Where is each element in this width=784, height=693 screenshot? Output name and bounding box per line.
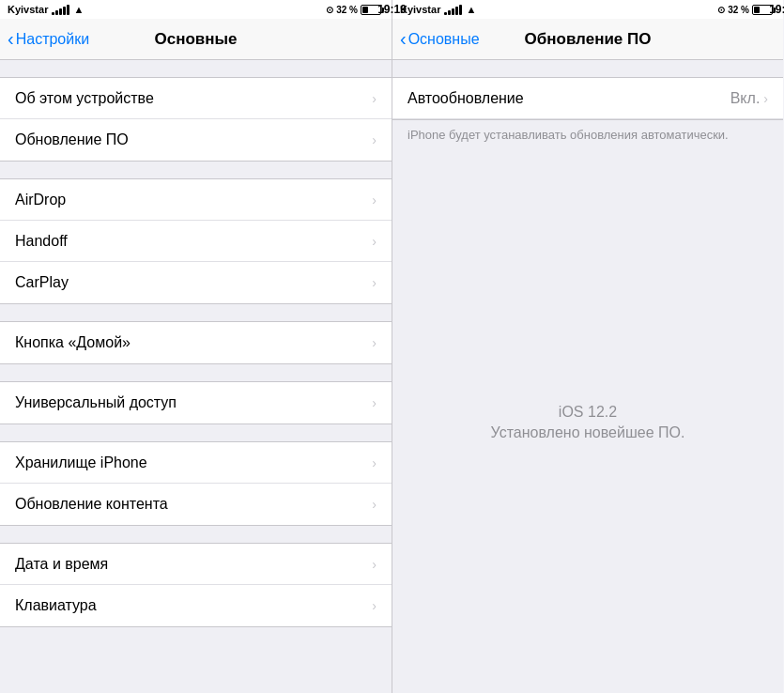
datetime-label: Дата и время: [15, 556, 108, 573]
list-item-background-refresh[interactable]: Обновление контента ›: [0, 484, 392, 525]
keyboard-chevron: ›: [372, 598, 377, 613]
list-item-storage[interactable]: Хранилище iPhone ›: [0, 442, 392, 484]
background-refresh-right: ›: [372, 497, 377, 512]
accessibility-right: ›: [372, 395, 377, 410]
status-left-right: Kyivstar ▲: [400, 4, 476, 15]
accessibility-label: Универсальный доступ: [15, 394, 177, 411]
location-icon: ⊙: [326, 5, 333, 15]
carplay-right: ›: [372, 275, 377, 290]
home-button-label: Кнопка «Домой»: [15, 334, 131, 351]
status-left: Kyivstar ▲: [8, 4, 84, 15]
battery-icon-right: [752, 5, 776, 15]
status-bar-left: Kyivstar ▲ 19:19 ⊙ 32 %: [0, 0, 392, 19]
list-item-airdrop[interactable]: AirDrop ›: [0, 179, 392, 221]
status-right-left: ⊙ 32 %: [326, 5, 384, 15]
background-refresh-chevron: ›: [372, 497, 377, 512]
datetime-right: ›: [372, 557, 377, 572]
section-auto-update: Автообновление Вкл. ›: [392, 77, 783, 120]
carplay-label: CarPlay: [15, 274, 69, 291]
signal-icon: [52, 4, 69, 15]
auto-update-description: iPhone будет устанавливать обновления ав…: [392, 120, 783, 151]
background-refresh-label: Обновление контента: [15, 496, 168, 513]
status-bar-right: Kyivstar ▲ 19:19 ⊙ 32 %: [392, 0, 783, 19]
list-item-accessibility[interactable]: Универсальный доступ ›: [0, 382, 392, 424]
section-storage: Хранилище iPhone › Обновление контента ›: [0, 441, 392, 526]
handoff-right: ›: [372, 234, 377, 249]
nav-bar-left: ‹ Настройки Основные: [0, 19, 392, 60]
list-item-about[interactable]: Об этом устройстве ›: [0, 78, 392, 119]
software-update-label: Обновление ПО: [15, 131, 129, 148]
airdrop-label: AirDrop: [15, 192, 66, 208]
list-item-handoff[interactable]: Handoff ›: [0, 221, 392, 262]
about-label: Об этом устройстве: [15, 90, 154, 107]
software-update-right: ›: [372, 132, 377, 147]
datetime-chevron: ›: [372, 557, 377, 572]
section-device: Об этом устройстве › Обновление ПО ›: [0, 77, 392, 162]
handoff-label: Handoff: [15, 233, 68, 250]
accessibility-chevron: ›: [372, 395, 377, 410]
back-button-right[interactable]: ‹ Основные: [400, 30, 480, 48]
section-datetime: Дата и время › Клавиатура ›: [0, 543, 392, 627]
wifi-icon: ▲: [73, 4, 84, 15]
list-item-software-update[interactable]: Обновление ПО ›: [0, 119, 392, 161]
ios-version-number: iOS 12.2: [559, 404, 617, 421]
section-home-button: Кнопка «Домой» ›: [0, 321, 392, 364]
auto-update-value: Вкл. ›: [730, 90, 768, 107]
back-label-left: Настройки: [16, 31, 89, 48]
auto-update-label: Автообновление: [407, 90, 524, 107]
keyboard-label: Клавиатура: [15, 597, 97, 614]
battery-pct-right: 32 %: [728, 5, 749, 15]
list-item-home-button[interactable]: Кнопка «Домой» ›: [0, 322, 392, 363]
auto-update-row[interactable]: Автообновление Вкл. ›: [392, 78, 783, 119]
content-right: Автообновление Вкл. › iPhone будет устан…: [392, 60, 783, 693]
right-panel: Kyivstar ▲ 19:19 ⊙ 32 % ‹: [392, 0, 783, 693]
auto-update-chevron: ›: [763, 91, 768, 106]
back-button-left[interactable]: ‹ Настройки: [8, 30, 89, 48]
ios-version-block: iOS 12.2 Установлено новейшее ПО.: [392, 151, 783, 693]
section-accessibility: Универсальный доступ ›: [0, 381, 392, 424]
about-right: ›: [372, 91, 377, 106]
nav-title-right: Обновление ПО: [525, 30, 652, 49]
about-chevron: ›: [372, 91, 377, 106]
wifi-icon-right: ▲: [466, 4, 476, 15]
airdrop-chevron: ›: [372, 192, 377, 208]
list-item-datetime[interactable]: Дата и время ›: [0, 544, 392, 585]
carrier-label: Kyivstar: [8, 4, 48, 15]
back-chevron-icon-right: ‹: [400, 29, 407, 48]
nav-bar-right: ‹ Основные Обновление ПО: [392, 19, 783, 60]
back-label-right: Основные: [408, 31, 480, 48]
location-icon-right: ⊙: [717, 5, 725, 15]
section-connectivity: AirDrop › Handoff › CarPlay ›: [0, 178, 392, 304]
list-item-keyboard[interactable]: Клавиатура ›: [0, 585, 392, 626]
storage-right: ›: [372, 455, 377, 470]
storage-chevron: ›: [372, 455, 377, 470]
signal-icon-right: [444, 4, 462, 15]
storage-label: Хранилище iPhone: [15, 454, 147, 471]
back-chevron-icon-left: ‹: [8, 29, 14, 48]
ios-version-status: Установлено новейшее ПО.: [491, 424, 685, 441]
home-button-right: ›: [372, 335, 377, 350]
battery-icon-left: [361, 5, 384, 15]
carplay-chevron: ›: [372, 275, 377, 290]
airdrop-right: ›: [372, 192, 377, 208]
status-right-right: ⊙ 32 %: [717, 5, 776, 15]
nav-title-left: Основные: [154, 30, 237, 49]
content-left: Об этом устройстве › Обновление ПО › Air…: [0, 60, 392, 693]
software-update-chevron: ›: [372, 132, 377, 147]
left-panel: Kyivstar ▲ 19:19 ⊙ 32 % ‹: [0, 0, 392, 693]
home-button-chevron: ›: [372, 335, 377, 350]
handoff-chevron: ›: [372, 234, 377, 249]
list-item-carplay[interactable]: CarPlay ›: [0, 262, 392, 303]
battery-pct-left: 32 %: [336, 5, 358, 15]
keyboard-right: ›: [372, 598, 377, 613]
auto-update-status: Вкл.: [730, 90, 761, 107]
